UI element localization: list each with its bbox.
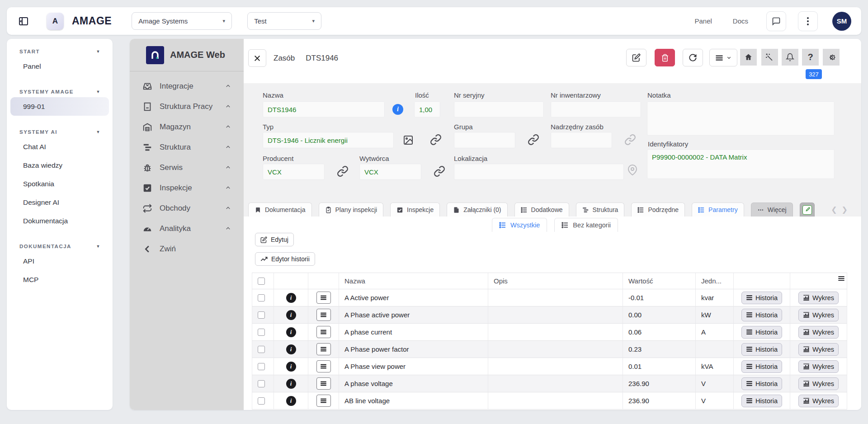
home-button[interactable] [740, 49, 757, 66]
row-info-icon[interactable] [286, 396, 296, 406]
link-icon[interactable] [430, 134, 442, 146]
select-all-checkbox[interactable] [258, 278, 265, 285]
chart-button[interactable]: Wykres [798, 360, 839, 373]
lokalizacja-field[interactable] [454, 164, 624, 180]
wytworca-field[interactable]: VCX [359, 164, 421, 180]
history-button[interactable]: Historia [741, 360, 782, 373]
sidebar-item-dokumentacja[interactable]: Dokumentacja [10, 212, 109, 230]
appnav-collapse[interactable]: Zwiń [130, 239, 244, 259]
chart-button[interactable]: Wykres [798, 343, 839, 356]
sidebar-toggle-icon[interactable] [17, 14, 30, 28]
col-header-wartosc[interactable]: Wartość [623, 273, 696, 289]
identyfikatory-field[interactable]: P99900-0000002 - DATA Matrix [647, 149, 835, 179]
tab-dodatkowe[interactable]: Dodatkowe [514, 203, 569, 217]
edytuj-button[interactable]: Edytuj [255, 233, 294, 246]
user-avatar[interactable]: SM [832, 12, 851, 31]
tab-edit-button[interactable] [800, 203, 815, 217]
environment-select[interactable]: Test ▾ [247, 12, 321, 30]
chat-button[interactable] [766, 11, 786, 31]
row-checkbox[interactable] [258, 397, 265, 405]
close-button[interactable] [248, 49, 266, 67]
sidebar-item-designer-ai[interactable]: Designer AI [10, 193, 109, 212]
sidebar-item-baza-wiedzy[interactable]: Baza wiedzy [10, 156, 109, 174]
link-icon[interactable] [624, 134, 636, 146]
chevron-left-icon[interactable]: ❮ [831, 205, 837, 214]
producent-field[interactable]: VCX [263, 164, 325, 180]
nadrzedny-zasob-field[interactable] [551, 132, 612, 148]
appnav-item-struktura-pracy[interactable]: Struktura Pracy [130, 96, 244, 117]
row-menu-button[interactable] [316, 309, 331, 321]
chart-button[interactable]: Wykres [798, 309, 839, 321]
ilosc-field[interactable]: 1,00 [414, 101, 440, 118]
sidebar-item-api[interactable]: API [10, 252, 109, 270]
chart-button[interactable]: Wykres [798, 292, 839, 304]
organization-select[interactable]: Amage Systems ▾ [132, 12, 232, 30]
tab-podrzedne[interactable]: Podrzędne [631, 203, 685, 217]
sidebar-section-start[interactable]: START▼ [7, 49, 113, 57]
appnav-item-serwis[interactable]: Serwis [130, 157, 244, 178]
row-checkbox[interactable] [258, 380, 265, 387]
row-menu-button[interactable] [316, 377, 331, 390]
panel-link[interactable]: Panel [694, 17, 712, 25]
col-header-nazwa[interactable]: Nazwa [339, 273, 488, 289]
history-button[interactable]: Historia [741, 377, 782, 390]
link-icon[interactable] [337, 165, 349, 177]
row-checkbox[interactable] [258, 363, 265, 370]
settings-button[interactable] [823, 49, 840, 66]
row-info-icon[interactable] [286, 310, 296, 320]
more-menu-button[interactable] [798, 11, 818, 31]
sidebar-item-spotkania[interactable]: Spotkania [10, 174, 109, 193]
link-icon[interactable] [434, 165, 445, 177]
chart-button[interactable]: Wykres [798, 395, 839, 407]
col-header-opis[interactable]: Opis [488, 273, 623, 289]
grupa-field[interactable] [454, 132, 515, 148]
appnav-item-struktura[interactable]: Struktura [130, 137, 244, 157]
info-icon[interactable] [392, 104, 403, 115]
row-checkbox[interactable] [258, 329, 265, 336]
row-menu-button[interactable] [316, 343, 331, 355]
edytor-historii-button[interactable]: Edytor historii [255, 252, 315, 266]
actions-menu-button[interactable] [709, 49, 737, 66]
help-button[interactable] [802, 49, 819, 66]
sidebar-section-systemy-ai[interactable]: SYSTEMY AI▼ [7, 129, 113, 137]
row-info-icon[interactable] [286, 344, 296, 354]
appnav-item-inspekcje[interactable]: Inspekcje [130, 178, 244, 198]
refresh-button[interactable] [683, 49, 703, 66]
row-checkbox[interactable] [258, 311, 265, 319]
row-menu-button[interactable] [316, 292, 331, 304]
appnav-item-magazyn[interactable]: Magazyn [130, 117, 244, 137]
column-settings-icon[interactable] [838, 275, 845, 282]
chevron-right-icon[interactable]: ❯ [842, 205, 848, 214]
tab-struktura[interactable]: Struktura [576, 203, 625, 217]
row-menu-button[interactable] [316, 326, 331, 338]
history-button[interactable]: Historia [741, 292, 782, 304]
wizard-button[interactable] [761, 49, 778, 66]
tab-zalaczniki[interactable]: Załączniki (0) [447, 203, 507, 217]
sidebar-item-chat-ai[interactable]: Chat AI [10, 137, 109, 156]
row-checkbox[interactable] [258, 294, 265, 302]
sidebar-item-panel[interactable]: Panel [10, 57, 109, 75]
notifications-button[interactable] [782, 49, 798, 66]
tab-more[interactable]: Więcej [751, 203, 793, 217]
sidebar-section-systemy-amage[interactable]: SYSTEMY AMAGE▼ [7, 89, 113, 97]
sidebar-item-999-01[interactable]: 999-01 [10, 97, 109, 116]
history-button[interactable]: Historia [741, 326, 782, 339]
col-header-jedn[interactable]: Jedn... [696, 273, 734, 289]
image-icon[interactable] [403, 135, 414, 146]
appnav-item-integracje[interactable]: Integracje [130, 76, 244, 96]
row-info-icon[interactable] [286, 362, 296, 372]
appnav-item-obchody[interactable]: Obchody [130, 198, 244, 218]
tab-plany-inspekcji[interactable]: Plany inspekcji [319, 203, 384, 217]
subtab-wszystkie[interactable]: Wszystkie [492, 218, 547, 232]
tab-dokumentacja[interactable]: Dokumentacja [248, 203, 312, 217]
appnav-item-analityka[interactable]: Analityka [130, 218, 244, 239]
sidebar-item-mcp[interactable]: MCP [10, 270, 109, 289]
tab-parametry[interactable]: Parametry [692, 203, 744, 217]
docs-link[interactable]: Docs [733, 17, 748, 25]
typ-field[interactable]: DTS-1946 - Licznik energii [263, 132, 394, 148]
map-pin-icon[interactable] [627, 165, 638, 175]
history-button[interactable]: Historia [741, 309, 782, 321]
row-info-icon[interactable] [286, 379, 296, 389]
chart-button[interactable]: Wykres [798, 377, 839, 390]
history-button[interactable]: Historia [741, 343, 782, 356]
